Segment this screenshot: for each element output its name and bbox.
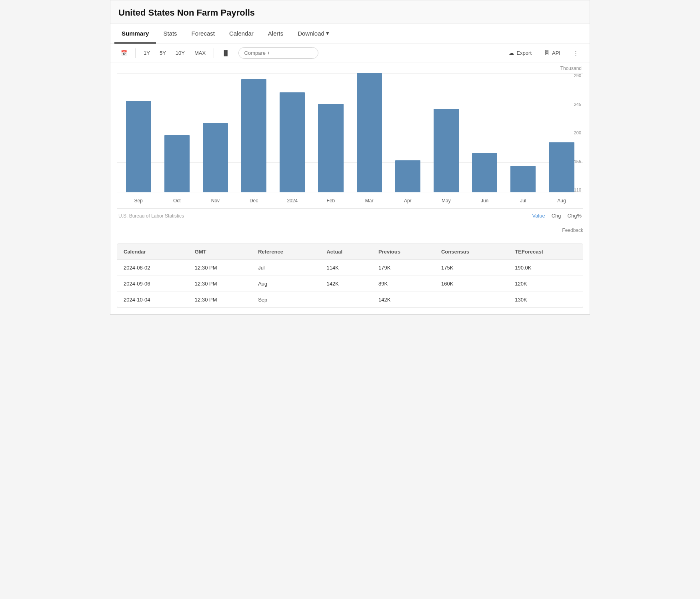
bar[interactable] <box>357 73 382 192</box>
bar-month-label: 2024 <box>287 198 298 204</box>
bar-month-label: Nov <box>211 198 220 204</box>
cell-consensus: 175K <box>435 260 508 276</box>
bar[interactable] <box>510 166 536 192</box>
bar-month-label: Jun <box>481 198 488 204</box>
bar[interactable] <box>280 92 305 192</box>
cell-actual: 114K <box>320 260 372 276</box>
bar-group[interactable]: Jul <box>505 73 541 192</box>
bar-month-label: Sep <box>134 198 142 204</box>
bar-group[interactable]: Mar <box>351 73 387 192</box>
api-icon: 🗄 <box>544 50 550 56</box>
cell-previous: 89K <box>372 276 435 292</box>
cell-calendar: 2024-10-04 <box>117 292 188 308</box>
bar-month-label: Jul <box>520 198 526 204</box>
data-table: Calendar GMT Reference Actual Previous C… <box>117 244 583 307</box>
data-table-section: Calendar GMT Reference Actual Previous C… <box>117 244 583 308</box>
y-axis-label: 110 <box>563 188 583 192</box>
more-options-button[interactable]: ⋮ <box>568 48 583 58</box>
chart-source: U.S. Bureau of Labor Statistics <box>118 213 184 219</box>
table-row: 2024-10-0412:30 PMSep142K130K <box>117 292 583 308</box>
cell-te_forecast: 190.0K <box>508 260 583 276</box>
col-reference: Reference <box>252 244 320 260</box>
cell-gmt: 12:30 PM <box>188 292 252 308</box>
table-header-row: Calendar GMT Reference Actual Previous C… <box>117 244 583 260</box>
cell-gmt: 12:30 PM <box>188 260 252 276</box>
table-body: 2024-08-0212:30 PMJul114K179K175K190.0K2… <box>117 260 583 308</box>
tab-calendar[interactable]: Calendar <box>222 24 261 44</box>
bar[interactable] <box>434 109 459 192</box>
bar-month-label: Feb <box>327 198 335 204</box>
cell-gmt: 12:30 PM <box>188 276 252 292</box>
bar-month-label: May <box>442 198 451 204</box>
calendar-toggle-button[interactable]: 📅 <box>117 48 131 58</box>
bar-month-label: Dec <box>250 198 258 204</box>
bar-group[interactable]: Oct <box>159 73 195 192</box>
cell-actual <box>320 292 372 308</box>
chart-toolbar: 📅 1Y 5Y 10Y MAX ▐▌ ☁ Export 🗄 API ⋮ <box>110 44 590 62</box>
cell-reference: Sep <box>252 292 320 308</box>
bar-group[interactable]: May <box>428 73 464 192</box>
bar[interactable] <box>318 104 343 192</box>
cell-previous: 179K <box>372 260 435 276</box>
col-te-forecast: TEForecast <box>508 244 583 260</box>
bar-group[interactable]: 2024 <box>274 73 310 192</box>
ellipsis-icon: ⋮ <box>573 50 578 56</box>
cell-te_forecast: 120K <box>508 276 583 292</box>
chart-toggles: Value Chg Chg% <box>532 213 582 219</box>
table-header: Calendar GMT Reference Actual Previous C… <box>117 244 583 260</box>
bar-month-label: Mar <box>365 198 374 204</box>
period-5y-button[interactable]: 5Y <box>156 48 170 58</box>
tab-download[interactable]: Download ▾ <box>290 24 336 44</box>
bars-wrapper: SepOctNovDec2024FebMarAprMayJunJulAug <box>117 73 583 192</box>
period-10y-button[interactable]: 10Y <box>172 48 189 58</box>
export-button[interactable]: ☁ Export <box>504 48 536 58</box>
toggle-value-button[interactable]: Value <box>532 213 545 219</box>
period-1y-button[interactable]: 1Y <box>140 48 154 58</box>
col-consensus: Consensus <box>435 244 508 260</box>
cell-actual: 142K <box>320 276 372 292</box>
period-max-button[interactable]: MAX <box>190 48 210 58</box>
cell-calendar: 2024-09-06 <box>117 276 188 292</box>
bar-group[interactable]: Jun <box>467 73 503 192</box>
tab-summary[interactable]: Summary <box>114 24 156 44</box>
bar[interactable] <box>126 101 151 192</box>
bar[interactable] <box>164 135 190 192</box>
bar[interactable] <box>472 153 497 192</box>
tab-alerts[interactable]: Alerts <box>261 24 290 44</box>
col-previous: Previous <box>372 244 435 260</box>
tab-forecast[interactable]: Forecast <box>184 24 222 44</box>
cell-te_forecast: 130K <box>508 292 583 308</box>
calendar-icon: 📅 <box>121 50 127 56</box>
bar-group[interactable]: Feb <box>313 73 349 192</box>
bar[interactable] <box>395 160 420 192</box>
chart-type-button[interactable]: ▐▌ <box>218 48 233 58</box>
chart-footer: U.S. Bureau of Labor Statistics Value Ch… <box>117 209 583 220</box>
bar-month-label: Oct <box>173 198 181 204</box>
cell-previous: 142K <box>372 292 435 308</box>
bar-group[interactable]: Dec <box>236 73 272 192</box>
bar-group[interactable]: Apr <box>390 73 426 192</box>
feedback-label[interactable]: Feedback <box>562 228 583 233</box>
y-axis-label: 155 <box>563 159 583 164</box>
toolbar-divider-2 <box>214 48 214 58</box>
compare-input[interactable] <box>238 47 318 59</box>
bar[interactable] <box>241 79 266 192</box>
table-row: 2024-08-0212:30 PMJul114K179K175K190.0K <box>117 260 583 276</box>
cell-reference: Aug <box>252 276 320 292</box>
bar[interactable] <box>203 123 228 192</box>
col-actual: Actual <box>320 244 372 260</box>
y-axis-label: 245 <box>563 102 583 107</box>
tab-stats[interactable]: Stats <box>156 24 184 44</box>
table-row: 2024-09-0612:30 PMAug142K89K160K120K <box>117 276 583 292</box>
toggle-chg-button[interactable]: Chg <box>552 213 561 219</box>
bar-group[interactable]: Sep <box>120 73 156 192</box>
api-button[interactable]: 🗄 API <box>540 48 565 58</box>
bar-month-label: Aug <box>557 198 566 204</box>
toolbar-right-actions: ☁ Export 🗄 API ⋮ <box>504 48 583 58</box>
chevron-down-icon: ▾ <box>326 30 329 37</box>
cell-consensus <box>435 292 508 308</box>
chart-unit-label: Thousand <box>117 62 583 73</box>
bar-group[interactable]: Nov <box>197 73 233 192</box>
toolbar-divider <box>135 48 136 58</box>
toggle-chgpct-button[interactable]: Chg% <box>568 213 582 219</box>
